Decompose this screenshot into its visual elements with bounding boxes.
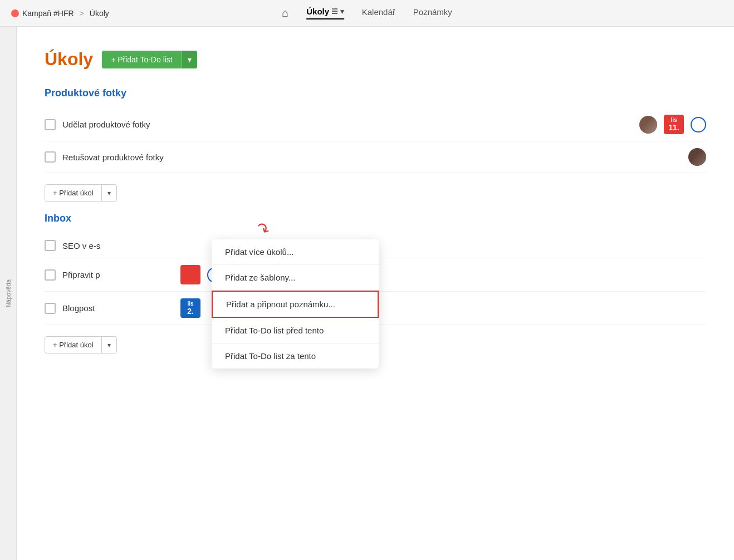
task-label-2: Retušovat produktové fotky <box>62 153 682 162</box>
topbar-nav: ⌂ Úkoly ☰ ▾ Kalendář Poznámky <box>282 7 452 19</box>
task-list-produktove: Udělat produktové fotky lis 11. Retušova… <box>45 108 706 173</box>
nav-item-tasks[interactable]: Úkoly ☰ ▾ <box>306 7 344 19</box>
add-task-arrow-inbox[interactable]: ▾ <box>102 337 116 353</box>
add-list-btn-arrow-icon[interactable]: ▾ <box>182 51 197 68</box>
tasks-list-icon: ☰ ▾ <box>331 7 344 16</box>
avatar-img-2 <box>688 148 706 166</box>
date-month-1: lis <box>667 117 681 123</box>
section-title-produktove: Produktové fotky <box>45 87 706 99</box>
section-produktove-fotky: Produktové fotky Udělat produktové fotky… <box>45 87 706 202</box>
table-row: Retušovat produktové fotky <box>45 141 706 173</box>
left-sidebar: Nápověda <box>0 27 17 560</box>
table-row: Udělat produktové fotky lis 11. <box>45 108 706 141</box>
date-month-4 <box>184 267 197 273</box>
date-day-1: 11. <box>667 123 681 132</box>
date-badge-5: lis 2. <box>180 298 200 318</box>
traffic-light-icon <box>11 9 19 17</box>
breadcrumb-tasks[interactable]: Úkoly <box>90 9 109 18</box>
task-checkbox-3[interactable] <box>45 240 56 251</box>
date-badge-1: lis 11. <box>664 115 684 134</box>
add-task-label-produktove: + Přidat úkol <box>45 185 102 201</box>
task-label-4: Připravit p <box>62 270 174 279</box>
nav-tasks-label: Úkoly <box>306 7 329 16</box>
add-task-arrow-produktove[interactable]: ▾ <box>102 185 116 201</box>
date-day-5: 2. <box>184 307 197 316</box>
avatar <box>688 148 706 166</box>
page-title-row: Úkoly + Přidat To-Do list ▾ <box>45 49 706 70</box>
add-task-row-produktove: + Přidat úkol ▾ <box>45 184 706 202</box>
dropdown-item-before[interactable]: Přidat To-Do list před tento <box>212 318 379 343</box>
task-label-3: SEO v e-s <box>62 241 174 250</box>
avatar-img <box>639 116 657 134</box>
task-label-5: Blogpost <box>62 303 174 313</box>
task-checkbox-2[interactable] <box>45 151 56 163</box>
topbar: Kampaň #HFR > Úkoly ⌂ Úkoly ☰ ▾ Kalendář… <box>0 0 734 27</box>
date-day-4 <box>184 273 197 282</box>
dropdown-item-more[interactable]: Přidat více úkolů... <box>212 239 379 265</box>
dropdown-menu: Přidat více úkolů... Přidat ze šablony..… <box>212 239 379 369</box>
add-list-btn-label: + Přidat To-Do list <box>102 51 182 68</box>
breadcrumb-separator: > <box>80 9 84 18</box>
add-task-label-inbox: + Přidat úkol <box>45 337 102 353</box>
nav-item-calendar[interactable]: Kalendář <box>362 7 395 19</box>
task-checkbox-4[interactable] <box>45 269 56 281</box>
section-title-inbox: Inbox <box>45 213 706 224</box>
page-title: Úkoly <box>45 49 93 70</box>
task-label-1: Udělat produktové fotky <box>62 120 633 129</box>
date-badge-4 <box>180 265 200 284</box>
dropdown-item-after[interactable]: Přidat To-Do list za tento <box>212 343 379 369</box>
breadcrumb: Kampaň #HFR > Úkoly <box>11 9 109 18</box>
avatar <box>639 116 657 134</box>
sidebar-label: Nápověda <box>5 279 12 307</box>
breadcrumb-campaign[interactable]: Kampaň #HFR <box>22 9 74 18</box>
dropdown-item-template[interactable]: Přidat ze šablony... <box>212 265 379 291</box>
task-status-circle-1[interactable] <box>691 117 706 132</box>
nav-item-notes[interactable]: Poznámky <box>413 7 452 19</box>
add-list-button[interactable]: + Přidat To-Do list ▾ <box>102 51 197 68</box>
dropdown-item-pin-note[interactable]: Přidat a připnout poznámku... <box>212 291 379 318</box>
date-month-5: lis <box>184 301 197 307</box>
task-checkbox-5[interactable] <box>45 303 56 314</box>
add-task-button-inbox[interactable]: + Přidat úkol ▾ <box>45 336 117 353</box>
task-checkbox-1[interactable] <box>45 119 56 130</box>
home-icon[interactable]: ⌂ <box>282 7 288 19</box>
add-task-button-produktove[interactable]: + Přidat úkol ▾ <box>45 184 117 202</box>
